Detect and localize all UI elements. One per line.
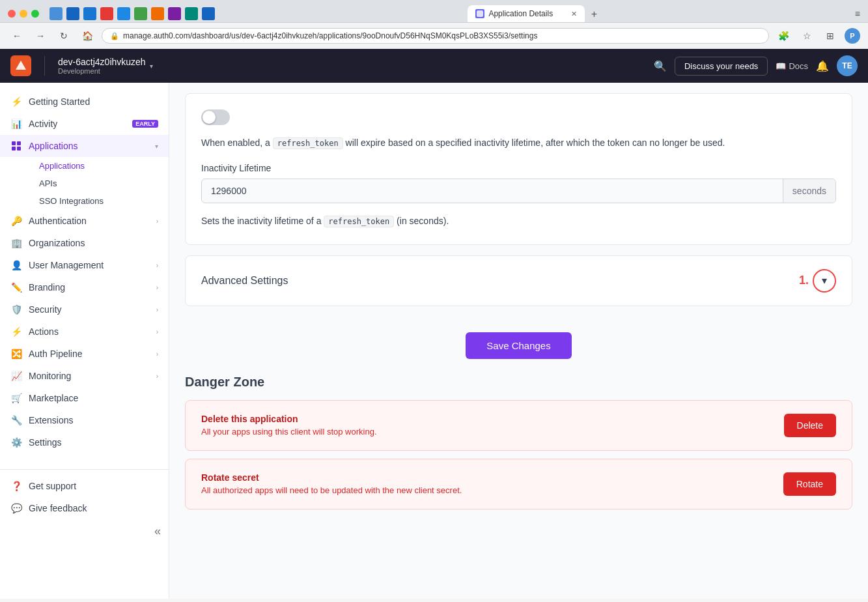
refresh-button[interactable]: ↻ (55, 27, 73, 45)
tab-icon-4[interactable] (100, 7, 113, 20)
tab-icon-9[interactable] (185, 7, 198, 20)
sidebar-item-settings[interactable]: ⚙️ Settings (0, 431, 169, 453)
actions-icon: ⚡ (10, 326, 22, 337)
sidebar-item-security[interactable]: 🛡️ Security › (0, 298, 169, 321)
sidebar-item-user-management[interactable]: 👤 User Management › (0, 254, 169, 276)
delete-card-text: Delete this application All your apps us… (201, 414, 377, 437)
sidebar-label-extensions: Extensions (29, 415, 158, 425)
refresh-token-toggle[interactable] (201, 109, 230, 125)
tab-icon-8[interactable] (168, 7, 181, 20)
maximize-dot[interactable] (31, 10, 39, 18)
tenant-selector[interactable]: dev-6actj4z0ihvkuzeh Development ▾ (58, 57, 153, 75)
sidebar-item-organizations[interactable]: 🏢 Organizations (0, 232, 169, 254)
sidebar-item-actions[interactable]: ⚡ Actions › (0, 321, 169, 343)
star-icon[interactable]: ☆ (798, 27, 816, 45)
tenant-info: dev-6actj4z0ihvkuzeh Development (58, 57, 146, 75)
applications-submenu: Applications APIs SSO Integrations (0, 157, 169, 210)
sidebar-item-getting-started[interactable]: ⚡ Getting Started (0, 91, 169, 113)
window-menu-button[interactable]: ≡ (855, 8, 860, 19)
svg-rect-3 (17, 141, 21, 145)
early-badge: EARLY (132, 120, 158, 128)
sidebar-collapse-button[interactable]: « (0, 519, 169, 543)
tab-title: Application Details (488, 9, 553, 18)
browser-titlebar: Application Details ✕ + ≡ (0, 0, 868, 22)
rocket-icon: ⚡ (10, 96, 22, 108)
sidebar-label-organizations: Organizations (29, 238, 158, 248)
marketplace-icon: 🛒 (10, 392, 22, 404)
body-layout: ⚡ Getting Started 📊 Activity EARLY Appli… (0, 83, 868, 599)
sidebar-label-marketplace: Marketplace (29, 393, 158, 403)
tenant-name: dev-6actj4z0ihvkuzeh (58, 57, 146, 67)
sidebar-label-auth-pipeline: Auth Pipeline (29, 349, 150, 359)
delete-button[interactable]: Delete (784, 414, 836, 437)
tab-icon-7[interactable] (151, 7, 164, 20)
save-changes-button[interactable]: Save Changes (466, 332, 571, 359)
notifications-bell-icon[interactable]: 🔔 (816, 60, 829, 72)
tab-icon-5[interactable] (117, 7, 130, 20)
tab-icon-2[interactable] (66, 7, 79, 20)
sidebar-sub-item-sso[interactable]: SSO Integrations (29, 192, 169, 210)
sidebar-item-get-support[interactable]: ❓ Get support (0, 475, 169, 497)
tab-close-button[interactable]: ✕ (571, 10, 577, 18)
sidebar-item-authentication[interactable]: 🔑 Authentication › (0, 210, 169, 232)
avatar[interactable]: TE (837, 55, 858, 76)
svg-rect-0 (477, 10, 483, 17)
tab-icon-3[interactable] (83, 7, 96, 20)
main-content: When enabled, a refresh_token will expir… (169, 83, 868, 599)
address-bar[interactable]: 🔒 manage.auth0.com/dashboard/us/dev-6act… (102, 28, 769, 44)
sidebar-sub-item-applications[interactable]: Applications (29, 157, 169, 175)
sidebar-item-branding[interactable]: ✏️ Branding › (0, 276, 169, 298)
discuss-needs-button[interactable]: Discuss your needs (675, 57, 768, 76)
bar-chart-icon: 📈 (10, 370, 22, 382)
sidebar-item-extensions[interactable]: 🔧 Extensions (0, 409, 169, 431)
app-container: dev-6actj4z0ihvkuzeh Development ▾ 🔍 Dis… (0, 49, 868, 599)
multiframe-icon[interactable]: ⊞ (821, 27, 839, 45)
back-button[interactable]: ← (8, 27, 26, 45)
extensions-icon[interactable]: 🧩 (774, 27, 792, 45)
close-dot[interactable] (8, 10, 16, 18)
active-tab[interactable]: Application Details ✕ (468, 5, 585, 22)
rotate-button[interactable]: Rotate (783, 472, 836, 496)
sidebar-item-applications[interactable]: Applications ▾ (0, 135, 169, 157)
home-button[interactable]: 🏠 (78, 27, 96, 45)
advanced-settings-header[interactable]: Advanced Settings 1. ▾ (186, 256, 852, 306)
sidebar-item-auth-pipeline[interactable]: 🔀 Auth Pipeline › (0, 343, 169, 365)
save-section: Save Changes (169, 322, 868, 375)
sidebar-label-authentication: Authentication (29, 216, 150, 226)
sidebar-item-marketplace[interactable]: 🛒 Marketplace (0, 387, 169, 409)
inactivity-lifetime-label: Inactivity Lifetime (201, 163, 836, 173)
toggle-knob (203, 111, 216, 124)
shield-icon: 🛡️ (10, 304, 22, 315)
minimize-dot[interactable] (20, 10, 27, 18)
tab-icon-6[interactable] (134, 7, 147, 20)
delete-desc: All your apps using this client will sto… (201, 427, 377, 437)
user-management-chevron-icon: › (156, 262, 158, 269)
sidebar-label-get-support: Get support (29, 481, 158, 491)
inactivity-lifetime-suffix: seconds (783, 179, 835, 203)
sidebar: ⚡ Getting Started 📊 Activity EARLY Appli… (0, 83, 169, 599)
tab-icon-10[interactable] (202, 7, 215, 20)
sidebar-item-activity[interactable]: 📊 Activity EARLY (0, 113, 169, 135)
chat-icon: 💬 (10, 502, 22, 514)
docs-link[interactable]: 📖 Docs (776, 61, 808, 71)
sidebar-label-security: Security (29, 304, 150, 315)
sidebar-item-give-feedback[interactable]: 💬 Give feedback (0, 497, 169, 519)
advanced-settings-chevron-button[interactable]: ▾ (813, 269, 836, 293)
search-icon[interactable]: 🔍 (654, 60, 667, 72)
docs-label: Docs (789, 61, 808, 71)
security-chevron-icon: › (156, 306, 158, 313)
profile-icon[interactable]: P (845, 28, 860, 44)
sidebar-sub-item-apis[interactable]: APIs (29, 175, 169, 192)
actions-chevron-icon: › (156, 328, 158, 336)
book-icon: 📖 (776, 61, 786, 71)
inactivity-lifetime-input[interactable] (202, 179, 783, 203)
inactivity-lifetime-input-wrapper: seconds (201, 179, 836, 203)
tenant-chevron-icon: ▾ (150, 63, 153, 70)
tab-icon-gmail[interactable] (49, 7, 63, 20)
key-icon: 🔑 (10, 215, 22, 227)
new-tab-button[interactable]: + (586, 7, 602, 22)
auth-pipeline-chevron-icon: › (156, 351, 158, 358)
forward-button[interactable]: → (31, 27, 49, 45)
sidebar-item-monitoring[interactable]: 📈 Monitoring › (0, 365, 169, 387)
advanced-settings-title: Advanced Settings (201, 275, 288, 287)
